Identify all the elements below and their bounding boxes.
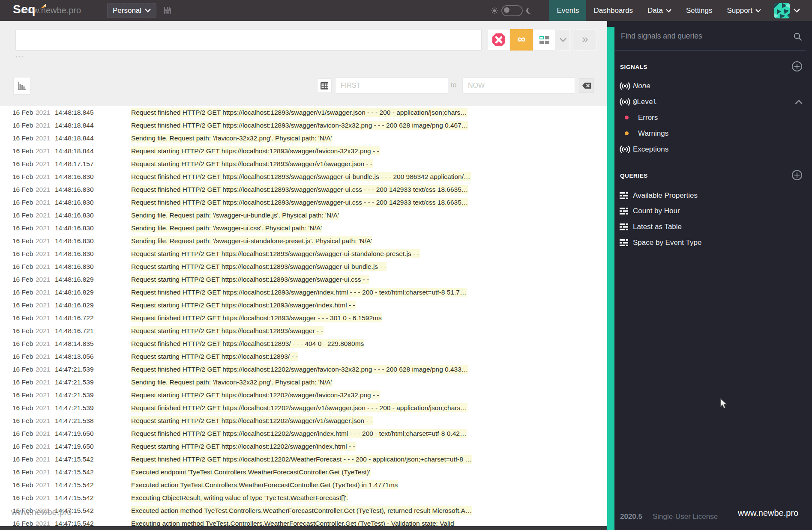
event-date: 16 Feb — [12, 350, 33, 363]
signal-item-errors[interactable]: Errors — [607, 110, 812, 125]
event-time: 14:48:18.844 — [55, 132, 94, 145]
warning-level-dot — [625, 131, 629, 135]
event-message: Request finished HTTP/2 GET https://loca… — [131, 196, 605, 209]
log-event-row[interactable]: 16 Feb 2021 14:47:21.538 Request startin… — [0, 414, 607, 427]
log-event-row[interactable]: 16 Feb 2021 14:48:16.829 Request startin… — [0, 299, 607, 312]
log-event-row[interactable]: 16 Feb 2021 14:48:16.830 Sending file. R… — [0, 209, 607, 222]
seq-logo-flame-icon — [39, 3, 48, 12]
nav-support[interactable]: Support — [719, 0, 768, 21]
log-event-row[interactable]: 16 Feb 2021 14:48:13.056 Request startin… — [0, 350, 607, 363]
expand-ellipsis[interactable]: ... — [15, 50, 25, 60]
query-item-space-by-event-type[interactable]: Space by Event Type — [607, 235, 812, 250]
log-event-row[interactable]: 16 Feb 2021 14:47:21.539 Sending file. R… — [0, 376, 607, 389]
log-event-row[interactable]: 16 Feb 2021 14:47:15.542 Executing Objec… — [0, 491, 607, 504]
add-signal-button[interactable] — [791, 61, 803, 74]
event-date: 16 Feb — [12, 427, 33, 440]
event-year: 2021 — [36, 222, 50, 235]
log-event-row[interactable]: 16 Feb 2021 14:48:16.722 Request finishe… — [0, 312, 607, 325]
event-date: 16 Feb — [12, 337, 33, 350]
query-table-icon — [619, 192, 633, 199]
layout-grid-button[interactable] — [533, 29, 556, 51]
log-event-row[interactable]: 16 Feb 2021 14:48:18.844 Request startin… — [0, 145, 607, 158]
save-button[interactable] — [163, 6, 171, 15]
view-options-dropdown[interactable] — [556, 29, 570, 51]
nav-events[interactable]: Events — [549, 0, 586, 21]
theme-toggle[interactable] — [501, 5, 523, 16]
clear-range-button[interactable] — [579, 78, 594, 93]
log-event-row[interactable]: 16 Feb 2021 14:47:21.539 Request startin… — [0, 389, 607, 402]
range-from-input[interactable] — [335, 77, 448, 94]
log-event-row[interactable]: 16 Feb 2021 14:47:21.539 Request finishe… — [0, 363, 607, 376]
topbar-right: Events Dashboards Data Settings Support — [491, 0, 812, 21]
event-year: 2021 — [36, 453, 50, 466]
signals-sidebar: SIGNALS None @Level Errors Warnings Exce… — [607, 21, 812, 530]
log-event-row[interactable]: 16 Feb 2021 14:48:16.830 Request finishe… — [0, 183, 607, 196]
event-year: 2021 — [36, 299, 50, 312]
event-year: 2021 — [36, 183, 50, 196]
nav-data[interactable]: Data — [640, 0, 679, 21]
event-date: 16 Feb — [12, 273, 33, 286]
queries-section-title: QUERIES — [620, 173, 648, 179]
event-message: Sending file. Request path: '/swagger-ui… — [131, 209, 605, 222]
log-event-row[interactable]: 16 Feb 2021 14:47:15.542 Request finishe… — [0, 453, 607, 466]
log-event-row[interactable]: 16 Feb 2021 14:48:18.845 Request finishe… — [0, 106, 607, 119]
log-event-row[interactable]: 16 Feb 2021 14:48:16.829 Request finishe… — [0, 286, 607, 299]
logo-area[interactable]: www.newbe.pro Seq — [13, 0, 77, 21]
histogram-toggle-button[interactable] — [13, 77, 30, 95]
log-event-row[interactable]: 16 Feb 2021 14:48:16.830 Request startin… — [0, 260, 607, 273]
moon-icon — [526, 8, 532, 14]
tail-button[interactable]: ∞ — [510, 29, 533, 51]
log-event-row[interactable]: 16 Feb 2021 14:48:14.835 Request finishe… — [0, 337, 607, 350]
log-event-row[interactable]: 16 Feb 2021 14:47:21.539 Request finishe… — [0, 402, 607, 414]
log-event-row[interactable]: 16 Feb 2021 14:47:15.542 Executed endpoi… — [0, 466, 607, 479]
log-event-row[interactable]: 16 Feb 2021 14:48:16.829 Request startin… — [0, 273, 607, 286]
signals-section-title: SIGNALS — [620, 64, 647, 70]
event-year: 2021 — [36, 402, 50, 414]
event-date: 16 Feb — [12, 247, 33, 260]
log-event-row[interactable]: 16 Feb 2021 14:48:16.721 Request startin… — [0, 325, 607, 337]
log-event-row[interactable]: 16 Feb 2021 14:48:16.830 Sending file. R… — [0, 235, 607, 247]
filter-expression-input[interactable] — [15, 29, 482, 51]
log-event-row[interactable]: 16 Feb 2021 14:48:16.830 Request finishe… — [0, 196, 607, 209]
query-item-count-by-hour[interactable]: Count by Hour — [607, 203, 812, 219]
chevron-down-icon — [755, 9, 761, 12]
log-event-row[interactable]: 16 Feb 2021 14:47:19.650 Request startin… — [0, 440, 607, 453]
event-time: 14:48:16.830 — [55, 247, 94, 260]
collapse-chevron-up-icon[interactable] — [795, 98, 803, 107]
workspace-selector[interactable]: Personal — [107, 3, 156, 18]
user-menu[interactable] — [774, 3, 800, 18]
query-item-latest-as-table[interactable]: Latest as Table — [607, 219, 812, 235]
event-message: Executed action method TyeTest.Controlle… — [131, 504, 605, 517]
log-event-row[interactable]: 16 Feb 2021 14:48:16.830 Sending file. R… — [0, 222, 607, 235]
log-event-row[interactable]: 16 Feb 2021 14:48:18.844 Request finishe… — [0, 119, 607, 132]
signal-search-input[interactable] — [620, 31, 789, 41]
event-date: 16 Feb — [12, 402, 33, 414]
query-item-available-properties[interactable]: Available Properties — [607, 188, 812, 203]
stop-button[interactable] — [488, 29, 510, 51]
add-query-button[interactable] — [791, 170, 803, 182]
event-message: Sending file. Request path: '/favicon-32… — [131, 132, 605, 145]
double-chevron-right-icon: » — [582, 33, 588, 45]
calendar-button[interactable] — [317, 78, 332, 93]
event-year: 2021 — [36, 209, 50, 222]
log-event-row[interactable]: 16 Feb 2021 14:48:17.157 Request startin… — [0, 158, 607, 170]
event-time: 14:48:16.829 — [55, 286, 94, 299]
event-year: 2021 — [36, 479, 50, 491]
log-event-row[interactable]: 16 Feb 2021 14:47:15.542 Executed action… — [0, 479, 607, 491]
nav-dashboards[interactable]: Dashboards — [586, 0, 640, 21]
event-year: 2021 — [36, 312, 50, 325]
event-date: 16 Feb — [12, 183, 33, 196]
log-event-row[interactable]: 16 Feb 2021 14:48:18.844 Sending file. R… — [0, 132, 607, 145]
signal-item-level[interactable]: @Level — [607, 94, 812, 110]
range-to-input[interactable] — [462, 77, 575, 94]
nav-settings[interactable]: Settings — [679, 0, 719, 21]
log-event-row[interactable]: 16 Feb 2021 14:48:16.830 Request startin… — [0, 247, 607, 260]
signal-item-none[interactable]: None — [607, 78, 812, 94]
signal-item-exceptions[interactable]: Exceptions — [607, 141, 812, 157]
event-year: 2021 — [36, 389, 50, 402]
log-event-row[interactable]: 16 Feb 2021 14:47:19.650 Request finishe… — [0, 427, 607, 440]
go-forward-button[interactable]: » — [574, 29, 596, 51]
signal-item-warnings[interactable]: Warnings — [607, 125, 812, 141]
log-event-row[interactable]: 16 Feb 2021 14:48:16.830 Request finishe… — [0, 170, 607, 183]
log-event-row[interactable]: 16 Feb 2021 14:47:15.542 Executed action… — [0, 504, 607, 517]
